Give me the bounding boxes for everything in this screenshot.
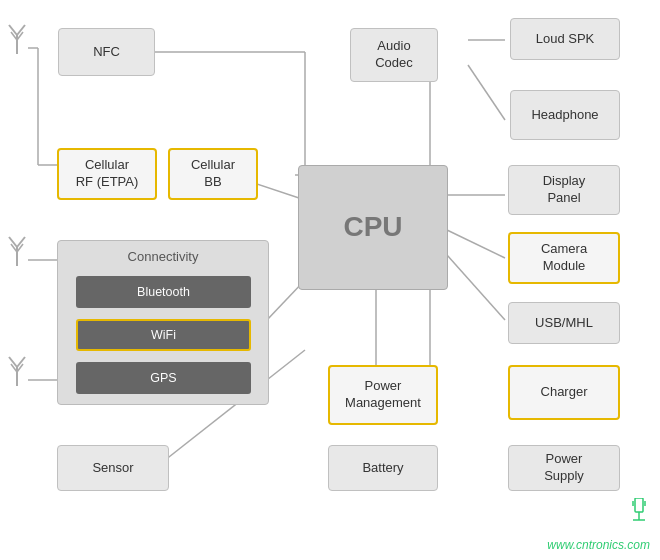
cellular-rf-box: CellularRF (ETPA) xyxy=(57,148,157,200)
bluetooth-label: Bluetooth xyxy=(137,285,190,299)
connectivity-label: Connectivity xyxy=(58,249,268,264)
bluetooth-box: Bluetooth xyxy=(76,276,251,308)
antenna-2 xyxy=(6,232,28,271)
sensor-label: Sensor xyxy=(92,460,133,477)
headphone-box: Headphone xyxy=(510,90,620,140)
connectivity-container: Connectivity Bluetooth WiFi GPS xyxy=(57,240,269,405)
gps-label: GPS xyxy=(150,371,176,385)
audio-codec-box: AudioCodec xyxy=(350,28,438,82)
charger-box: Charger xyxy=(508,365,620,420)
antenna-icon-1 xyxy=(6,20,28,55)
antenna-1 xyxy=(6,20,28,59)
charger-label: Charger xyxy=(541,384,588,401)
camera-module-label: CameraModule xyxy=(541,241,587,275)
gps-box: GPS xyxy=(76,362,251,394)
cellular-bb-label: CellularBB xyxy=(191,157,235,191)
battery-box: Battery xyxy=(328,445,438,491)
display-panel-box: DisplayPanel xyxy=(508,165,620,215)
svg-line-10 xyxy=(447,255,505,320)
nfc-box: NFC xyxy=(58,28,155,76)
svg-line-5 xyxy=(468,65,505,120)
plug-icon xyxy=(628,498,650,530)
antenna-3 xyxy=(6,352,28,391)
cpu-box: CPU xyxy=(298,165,448,290)
power-management-box: PowerManagement xyxy=(328,365,438,425)
antenna-icon-2 xyxy=(6,232,28,267)
cpu-label: CPU xyxy=(343,209,402,245)
loud-spk-box: Loud SPK xyxy=(510,18,620,60)
power-supply-box: PowerSupply xyxy=(508,445,620,491)
diagram-container: NFC AudioCodec Loud SPK Headphone Cellul… xyxy=(0,0,660,560)
nfc-label: NFC xyxy=(93,44,120,61)
power-management-label: PowerManagement xyxy=(345,378,421,412)
cellular-rf-label: CellularRF (ETPA) xyxy=(76,157,139,191)
usb-mhl-box: USB/MHL xyxy=(508,302,620,344)
camera-module-box: CameraModule xyxy=(508,232,620,284)
plug-svg xyxy=(628,498,650,526)
svg-line-9 xyxy=(447,230,505,258)
antenna-icon-3 xyxy=(6,352,28,387)
watermark-text: www.cntronics.com xyxy=(547,538,650,552)
headphone-label: Headphone xyxy=(531,107,598,124)
svg-rect-38 xyxy=(635,498,643,512)
wifi-box: WiFi xyxy=(76,319,251,351)
audio-codec-label: AudioCodec xyxy=(375,38,413,72)
loud-spk-label: Loud SPK xyxy=(536,31,595,48)
wifi-label: WiFi xyxy=(151,328,176,342)
sensor-box: Sensor xyxy=(57,445,169,491)
cellular-bb-box: CellularBB xyxy=(168,148,258,200)
power-supply-label: PowerSupply xyxy=(544,451,584,485)
battery-label: Battery xyxy=(362,460,403,477)
watermark: www.cntronics.com xyxy=(547,538,650,552)
usb-mhl-label: USB/MHL xyxy=(535,315,593,332)
display-panel-label: DisplayPanel xyxy=(543,173,586,207)
